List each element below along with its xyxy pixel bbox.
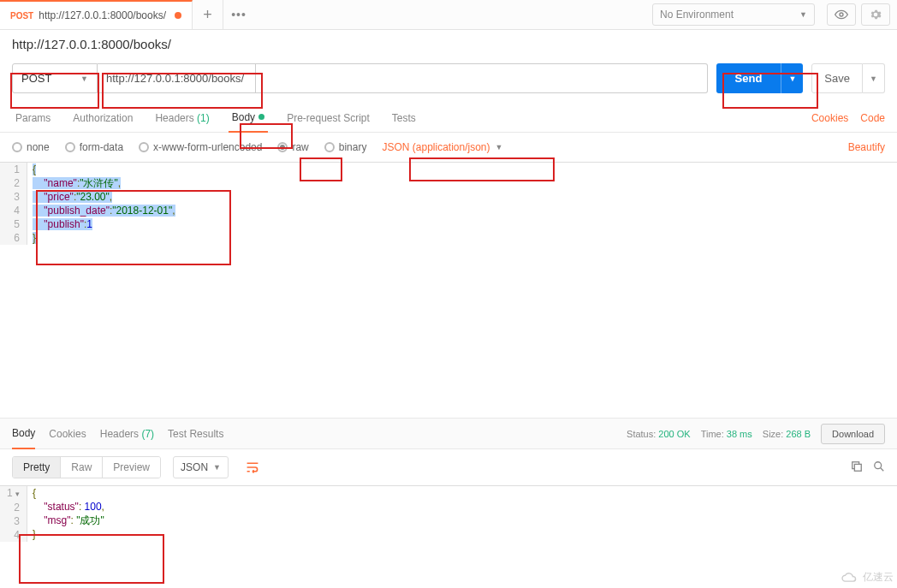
wrap-icon xyxy=(246,461,259,473)
top-tab-bar: POST http://127.0.0.1:8000/books/ + ••• … xyxy=(0,0,897,30)
body-type-none[interactable]: none xyxy=(12,141,50,153)
unsaved-indicator xyxy=(175,12,181,19)
body-indicator-dot xyxy=(258,114,264,120)
code-link[interactable]: Code xyxy=(860,112,885,124)
radio-icon xyxy=(12,142,22,152)
send-dropdown[interactable]: ▼ xyxy=(781,63,803,93)
tab-url: http://127.0.0.1:8000/books/ xyxy=(39,9,166,21)
tab-headers[interactable]: Headers (1) xyxy=(151,104,212,133)
url-row: POST ▼ http://127.0.0.1:8000/books/ Send… xyxy=(0,55,897,104)
chevron-down-icon: ▼ xyxy=(496,143,503,151)
tab-method-badge: POST xyxy=(10,11,33,21)
svg-line-4 xyxy=(881,467,884,471)
radio-icon xyxy=(65,142,75,152)
view-raw[interactable]: Raw xyxy=(60,457,102,478)
response-tab-test-results[interactable]: Test Results xyxy=(168,428,223,440)
tab-body[interactable]: Body xyxy=(229,104,268,133)
response-time: 38 ms xyxy=(727,429,752,439)
cookies-link[interactable]: Cookies xyxy=(811,112,848,124)
response-size: 268 B xyxy=(786,429,811,439)
tab-tests[interactable]: Tests xyxy=(389,104,419,133)
status-code: 200 OK xyxy=(658,429,690,439)
svg-point-3 xyxy=(875,461,882,468)
request-tab[interactable]: POST http://127.0.0.1:8000/books/ xyxy=(0,0,193,29)
response-status-bar: Status: 200 OK Time: 38 ms Size: 268 B D… xyxy=(627,424,885,444)
response-lang-select[interactable]: JSON ▼ xyxy=(173,456,229,478)
request-body-editor[interactable]: 1 2 3 4 5 6 { "name":"水浒传", "price":"23.… xyxy=(0,162,897,419)
wrap-lines-button[interactable] xyxy=(241,456,264,478)
radio-icon xyxy=(324,142,335,152)
chevron-down-icon: ▼ xyxy=(80,74,88,83)
body-type-raw[interactable]: raw xyxy=(277,141,308,153)
view-preview[interactable]: Preview xyxy=(102,457,160,478)
copy-icon xyxy=(851,460,863,472)
radio-icon xyxy=(139,142,149,152)
body-type-row: none form-data x-www-form-urlencoded raw… xyxy=(0,133,897,162)
tab-more-button[interactable]: ••• xyxy=(223,0,254,29)
url-input-extend[interactable] xyxy=(256,63,708,93)
eye-icon xyxy=(835,9,848,20)
body-type-urlencoded[interactable]: x-www-form-urlencoded xyxy=(139,141,262,153)
svg-rect-2 xyxy=(854,464,861,471)
search-icon xyxy=(873,460,885,472)
svg-point-0 xyxy=(840,13,843,16)
new-tab-button[interactable]: + xyxy=(193,0,223,29)
response-tab-headers[interactable]: Headers (7) xyxy=(100,428,154,440)
beautify-button[interactable]: Beautify xyxy=(848,141,885,153)
response-tab-body[interactable]: Body xyxy=(12,419,35,449)
request-tabs: Params Authorization Headers (1) Body Pr… xyxy=(0,104,897,133)
body-type-binary[interactable]: binary xyxy=(324,141,367,153)
download-button[interactable]: Download xyxy=(821,424,885,444)
chevron-down-icon: ▼ xyxy=(788,74,796,83)
code-content: { "status": 100, "msg": "成功" } xyxy=(27,486,104,542)
environment-select[interactable]: No Environment ▼ xyxy=(652,3,815,26)
chevron-down-icon: ▼ xyxy=(799,10,807,19)
search-response-button[interactable] xyxy=(873,460,885,475)
copy-response-button[interactable] xyxy=(851,460,863,475)
watermark: 亿速云 xyxy=(841,570,894,585)
gear-icon xyxy=(870,9,882,21)
response-tab-cookies[interactable]: Cookies xyxy=(49,428,86,440)
response-viewer-bar: Pretty Raw Preview JSON ▼ xyxy=(0,449,897,485)
settings-button[interactable] xyxy=(861,3,890,26)
save-dropdown[interactable]: ▼ xyxy=(863,63,885,93)
method-value: POST xyxy=(21,72,51,85)
send-button[interactable]: Send xyxy=(716,63,781,93)
tab-params[interactable]: Params xyxy=(12,104,54,133)
environment-quicklook-button[interactable] xyxy=(827,3,856,26)
tab-authorization[interactable]: Authorization xyxy=(69,104,136,133)
radio-checked-icon xyxy=(277,142,288,152)
tab-pre-request-script[interactable]: Pre-request Script xyxy=(283,104,373,133)
view-pretty[interactable]: Pretty xyxy=(13,457,60,478)
environment-label: No Environment xyxy=(660,9,734,21)
code-content[interactable]: { "name":"水浒传", "price":"23.00", "publis… xyxy=(27,163,175,245)
chevron-down-icon: ▼ xyxy=(870,74,877,83)
http-method-select[interactable]: POST ▼ xyxy=(12,63,98,93)
save-button[interactable]: Save xyxy=(811,63,863,93)
response-tabs: Body Cookies Headers (7) Test Results St… xyxy=(0,419,897,449)
view-mode-tabs: Pretty Raw Preview xyxy=(12,456,161,478)
chevron-down-icon: ▼ xyxy=(213,463,221,472)
body-type-form-data[interactable]: form-data xyxy=(65,141,123,153)
content-type-select[interactable]: JSON (application/json) ▼ xyxy=(382,141,502,153)
response-body-viewer[interactable]: 1 ▾ 2 3 4 { "status": 100, "msg": "成功" } xyxy=(0,485,897,545)
url-input[interactable]: http://127.0.0.1:8000/books/ xyxy=(98,63,256,93)
cloud-icon xyxy=(841,571,859,585)
gutter: 1 2 3 4 5 6 xyxy=(0,163,27,245)
gutter: 1 ▾ 2 3 4 xyxy=(0,486,27,542)
request-name: http://127.0.0.1:8000/books/ xyxy=(0,30,897,55)
